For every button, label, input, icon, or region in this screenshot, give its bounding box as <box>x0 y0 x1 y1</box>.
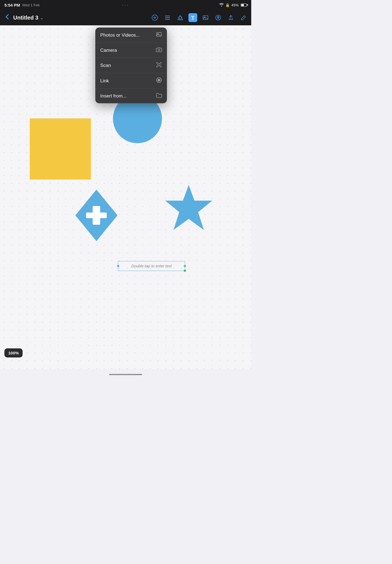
link-icon <box>156 77 162 85</box>
text-box-handle-left[interactable] <box>117 265 119 267</box>
yellow-rectangle-shape[interactable] <box>30 118 91 180</box>
link-menu-item[interactable]: Link <box>95 73 167 89</box>
scan-menu-item[interactable]: Scan <box>95 58 167 73</box>
nav-tools <box>150 13 248 22</box>
text-box-placeholder: Double-tap to enter text <box>131 264 172 268</box>
text-box[interactable]: Double-tap to enter text <box>118 261 185 271</box>
battery-icon <box>241 4 247 7</box>
status-date: Wed 1 Feb <box>22 3 40 7</box>
svg-point-4 <box>179 16 182 19</box>
share-button[interactable] <box>226 13 235 22</box>
svg-rect-20 <box>86 213 107 218</box>
scan-icon <box>156 62 162 69</box>
status-time: 5:54 PM <box>4 3 20 7</box>
camera-label: Camera <box>100 48 117 53</box>
canvas-area[interactable]: Photos or Videos... Camera Scan <box>0 25 251 369</box>
status-bar: 5:54 PM Wed 1 Feb ··· 🔒 45% <box>0 0 251 10</box>
svg-rect-3 <box>165 19 170 20</box>
photos-videos-menu-item[interactable]: Photos or Videos... <box>95 28 167 43</box>
dollar-tool-button[interactable] <box>214 13 223 22</box>
home-indicator <box>109 374 142 375</box>
svg-rect-1 <box>165 16 170 16</box>
insert-from-menu-item[interactable]: Insert from... <box>95 89 167 103</box>
nav-bar: Untitled 3 ⌄ <box>0 10 251 25</box>
zoom-indicator[interactable]: 100% <box>4 348 23 357</box>
link-label: Link <box>100 78 109 84</box>
folder-icon <box>156 93 162 99</box>
text-box-handle-right[interactable] <box>184 265 186 267</box>
media-tool-button[interactable] <box>201 13 210 22</box>
svg-rect-9 <box>156 32 161 36</box>
svg-rect-12 <box>158 64 160 66</box>
battery-level: 45% <box>231 3 239 7</box>
svg-rect-2 <box>165 17 170 18</box>
lock-icon: 🔒 <box>225 3 230 7</box>
edit-button[interactable] <box>239 13 248 22</box>
diamond-arrow-shape[interactable] <box>73 185 120 246</box>
pencil-tool-button[interactable] <box>150 13 159 22</box>
back-button[interactable] <box>3 13 11 22</box>
wifi-icon <box>219 3 224 7</box>
shapes-tool-button[interactable] <box>176 13 185 22</box>
status-icons: 🔒 45% <box>219 3 247 7</box>
svg-rect-6 <box>203 16 208 20</box>
svg-point-8 <box>216 15 221 20</box>
scan-label: Scan <box>100 63 111 68</box>
status-dots: ··· <box>122 2 129 8</box>
photos-icon <box>156 31 162 39</box>
title-chevron-icon[interactable]: ⌄ <box>40 15 44 20</box>
svg-marker-17 <box>165 185 212 230</box>
star-shape[interactable] <box>163 182 215 235</box>
text-box-resize-handle[interactable] <box>184 270 186 272</box>
nav-title-area: Untitled 3 ⌄ <box>13 15 148 21</box>
camera-menu-item[interactable]: Camera <box>95 43 167 58</box>
photos-videos-label: Photos or Videos... <box>100 32 140 38</box>
svg-point-11 <box>158 49 160 51</box>
zoom-level: 100% <box>8 351 19 355</box>
camera-icon <box>156 47 162 54</box>
lines-tool-button[interactable] <box>163 13 172 22</box>
insert-from-label: Insert from... <box>100 93 126 99</box>
insert-dropdown-menu: Photos or Videos... Camera Scan <box>95 28 167 103</box>
text-tool-button[interactable] <box>188 13 197 22</box>
document-title: Untitled 3 <box>13 15 38 21</box>
